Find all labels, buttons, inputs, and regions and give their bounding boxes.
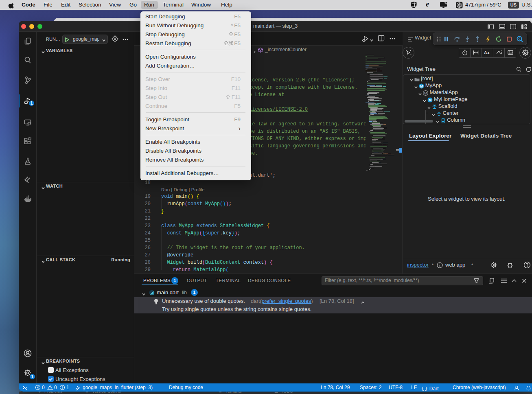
- svg-text:M: M: [424, 91, 427, 95]
- svg-text:M: M: [429, 98, 431, 102]
- svg-text:M: M: [420, 84, 423, 88]
